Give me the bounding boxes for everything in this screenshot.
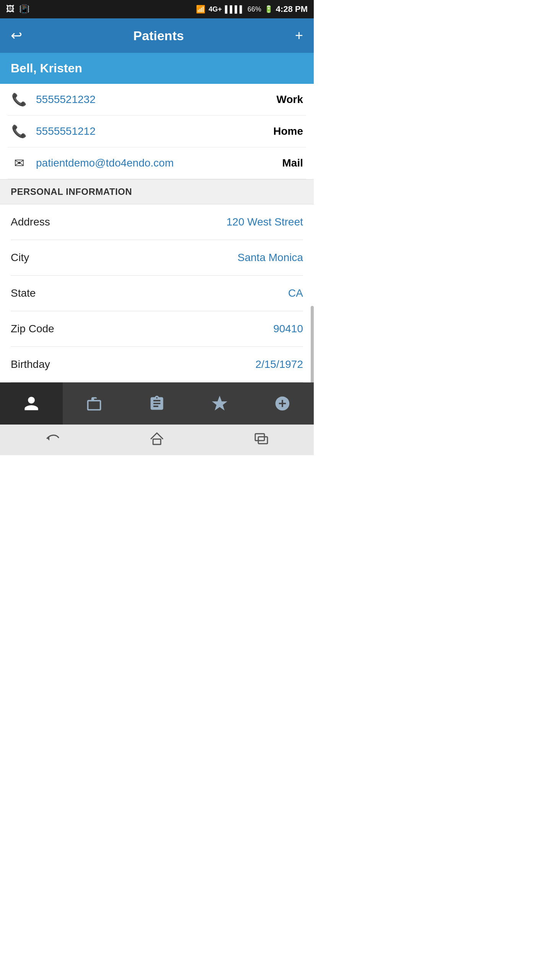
state-row: State CA: [11, 276, 303, 311]
state-value: CA: [288, 287, 303, 299]
email-label: Mail: [282, 157, 303, 169]
nav-work[interactable]: [63, 382, 126, 425]
back-system-button[interactable]: [44, 430, 61, 450]
alert-star-icon: [211, 395, 228, 412]
home-system-button[interactable]: [148, 430, 165, 450]
status-left: 🖼 📳: [6, 4, 29, 14]
plus-circle-icon: [274, 395, 291, 412]
back-button[interactable]: ↩: [11, 28, 22, 44]
birthday-label: Birthday: [11, 358, 50, 371]
status-bar: 🖼 📳 📶 4G+ ▌▌▌▌ 66% 🔋 4:28 PM: [0, 0, 314, 18]
clock: 4:28 PM: [276, 4, 308, 14]
person-icon: [23, 395, 40, 412]
city-label: City: [11, 252, 29, 264]
personal-info-section-header: PERSONAL INFORMATION: [0, 179, 314, 204]
signal-icon: ▌▌▌▌: [225, 5, 245, 13]
zip-row: Zip Code 90410: [11, 311, 303, 347]
recent-system-button[interactable]: [253, 430, 270, 450]
city-row: City Santa Monica: [11, 240, 303, 276]
work-phone-item[interactable]: 📞 5555521232 Work: [8, 84, 306, 116]
state-label: State: [11, 287, 36, 299]
email-value[interactable]: patientdemo@tdo4endo.com: [36, 157, 282, 169]
network-badge: 4G+: [209, 5, 222, 13]
image-icon: 🖼: [6, 4, 15, 14]
zip-label: Zip Code: [11, 323, 54, 335]
battery-level: 66%: [248, 5, 261, 13]
svg-rect-0: [153, 439, 161, 444]
home-phone-value[interactable]: 5555551212: [36, 125, 273, 137]
address-row: Address 120 West Street: [11, 204, 303, 240]
work-phone-value[interactable]: 5555521232: [36, 93, 277, 106]
personal-info-list: Address 120 West Street City Santa Monic…: [0, 204, 314, 382]
address-value: 120 West Street: [227, 216, 303, 228]
work-phone-label: Work: [277, 93, 303, 106]
clipboard-icon: [148, 395, 165, 412]
zip-value: 90410: [273, 323, 303, 335]
system-nav: [0, 425, 314, 455]
bottom-nav: [0, 382, 314, 425]
personal-info-title: PERSONAL INFORMATION: [11, 186, 132, 197]
wifi-icon: 📶: [196, 5, 205, 14]
email-item[interactable]: ✉ patientdemo@tdo4endo.com Mail: [8, 147, 306, 179]
nav-alerts[interactable]: [188, 382, 251, 425]
city-value: Santa Monica: [238, 252, 303, 264]
phone-icon-work: 📞: [11, 92, 28, 107]
briefcase-icon: [86, 395, 103, 412]
voicemail-icon: 📳: [19, 4, 29, 14]
back-system-icon: [44, 430, 61, 447]
nav-patient[interactable]: [0, 382, 63, 425]
address-label: Address: [11, 216, 50, 228]
nav-clipboard[interactable]: [126, 382, 188, 425]
status-right: 📶 4G+ ▌▌▌▌ 66% 🔋 4:28 PM: [196, 4, 308, 14]
recent-system-icon: [253, 430, 270, 447]
contact-list: 📞 5555521232 Work 📞 5555551212 Home ✉ pa…: [0, 84, 314, 179]
home-phone-item[interactable]: 📞 5555551212 Home: [8, 116, 306, 147]
patient-name: Bell, Kristen: [11, 61, 303, 75]
birthday-value: 2/15/1972: [255, 358, 303, 371]
battery-icon: 🔋: [264, 5, 273, 13]
email-icon: ✉: [11, 156, 28, 170]
app-header: ↩ Patients +: [0, 18, 314, 53]
patient-banner: Bell, Kristen: [0, 53, 314, 84]
add-button[interactable]: +: [295, 28, 303, 44]
home-phone-label: Home: [273, 125, 303, 137]
nav-add[interactable]: [251, 382, 314, 425]
phone-icon-home: 📞: [11, 124, 28, 139]
home-system-icon: [148, 430, 165, 447]
header-title: Patients: [133, 28, 184, 43]
birthday-row: Birthday 2/15/1972: [11, 347, 303, 382]
